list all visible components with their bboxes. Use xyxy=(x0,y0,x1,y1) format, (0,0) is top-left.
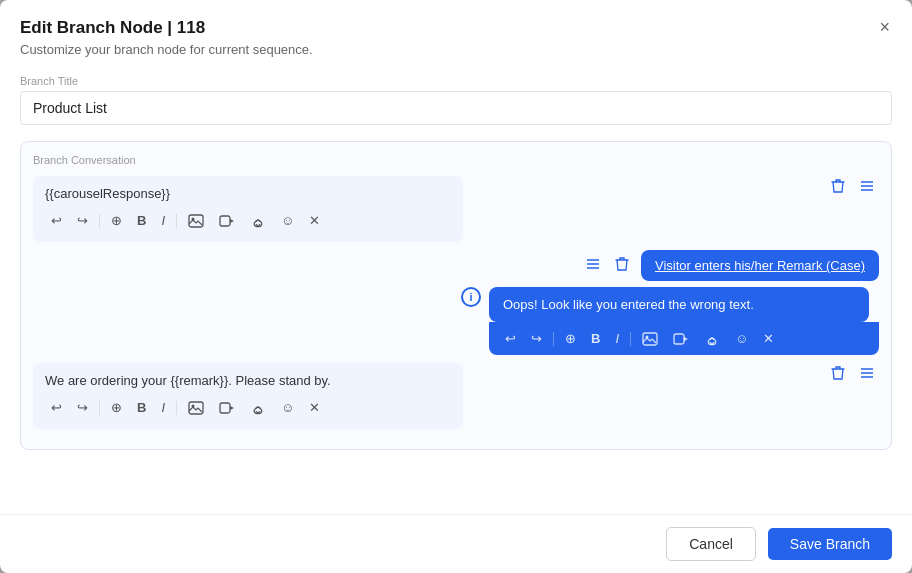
message-row-4: We are ordering your {{remark}}. Please … xyxy=(33,363,879,429)
clear-btn-blue[interactable]: ✕ xyxy=(757,328,780,349)
message-text-1: {{carouselResponse}} xyxy=(45,186,451,201)
svg-rect-10 xyxy=(643,333,657,345)
undo-btn-4[interactable]: ↩ xyxy=(45,396,68,419)
save-branch-button[interactable]: Save Branch xyxy=(768,528,892,560)
italic-btn-1[interactable]: I xyxy=(155,209,171,232)
variable-btn-blue[interactable]: ⊕ xyxy=(559,328,582,349)
message-bubble-1: {{carouselResponse}} ↩ ↪ ⊕ B I xyxy=(33,176,463,242)
svg-marker-3 xyxy=(230,219,234,223)
modal-container: Edit Branch Node | 118 Customize your br… xyxy=(0,0,912,573)
message-row-1: {{carouselResponse}} ↩ ↪ ⊕ B I xyxy=(33,176,879,242)
message-row-2: Visitor enters his/her Remark (Case) xyxy=(581,250,879,281)
svg-rect-14 xyxy=(189,402,203,414)
svg-marker-13 xyxy=(684,337,688,341)
svg-marker-17 xyxy=(230,406,234,410)
emoji-btn-1[interactable]: ☺ xyxy=(275,209,300,232)
redo-btn-blue[interactable]: ↪ xyxy=(525,328,548,349)
svg-rect-12 xyxy=(674,334,684,344)
undo-btn-1[interactable]: ↩ xyxy=(45,209,68,232)
variable-btn-1[interactable]: ⊕ xyxy=(105,209,128,232)
modal-body: Branch Title Branch Conversation {{carou… xyxy=(0,65,912,514)
branch-conversation-section: Branch Conversation {{carouselResponse}}… xyxy=(20,141,892,450)
svg-rect-16 xyxy=(220,403,230,413)
message-actions-4 xyxy=(827,363,879,386)
image-btn-blue[interactable] xyxy=(636,329,664,349)
visitor-input-bubble: Visitor enters his/her Remark (Case) xyxy=(641,250,879,281)
error-message-text: Oops! Look like you entered the wrong te… xyxy=(503,297,855,312)
bold-btn-blue[interactable]: B xyxy=(585,328,606,349)
menu-msg-1[interactable] xyxy=(855,177,879,198)
close-button[interactable]: × xyxy=(875,14,894,40)
message-toolbar-4: ↩ ↪ ⊕ B I xyxy=(45,396,451,419)
blue-toolbar: ↩ ↪ ⊕ B I xyxy=(489,322,879,355)
info-icon[interactable]: i xyxy=(461,287,481,307)
italic-btn-blue[interactable]: I xyxy=(609,328,625,349)
delete-msg-2[interactable] xyxy=(611,254,633,277)
visitor-text: Visitor enters his/her xyxy=(655,258,777,273)
modal-subtitle: Customize your branch node for current s… xyxy=(20,42,892,57)
svg-rect-0 xyxy=(189,215,203,227)
bold-btn-4[interactable]: B xyxy=(131,396,152,419)
link-btn-blue[interactable] xyxy=(698,329,726,349)
bold-btn-1[interactable]: B xyxy=(131,209,152,232)
menu-msg-2[interactable] xyxy=(581,255,605,276)
delete-msg-4[interactable] xyxy=(827,363,849,386)
link-btn-4[interactable] xyxy=(244,397,272,419)
branch-title-group: Branch Title xyxy=(20,75,892,125)
redo-btn-4[interactable]: ↪ xyxy=(71,396,94,419)
emoji-btn-blue[interactable]: ☺ xyxy=(729,328,754,349)
video-btn-4[interactable] xyxy=(213,397,241,419)
message-text-4: We are ordering your {{remark}}. Please … xyxy=(45,373,451,388)
video-btn-blue[interactable] xyxy=(667,329,695,349)
variable-btn-4[interactable]: ⊕ xyxy=(105,396,128,419)
error-message-bubble: Oops! Look like you entered the wrong te… xyxy=(489,287,869,322)
image-btn-4[interactable] xyxy=(182,397,210,419)
redo-btn-1[interactable]: ↪ xyxy=(71,209,94,232)
message-content-1: {{carouselResponse}} ↩ ↪ ⊕ B I xyxy=(33,176,819,242)
branch-conversation-label: Branch Conversation xyxy=(33,154,879,166)
undo-btn-blue[interactable]: ↩ xyxy=(499,328,522,349)
modal-overlay: Edit Branch Node | 118 Customize your br… xyxy=(0,0,912,573)
visitor-remark-link[interactable]: Remark (Case) xyxy=(777,258,865,273)
message-bubble-4: We are ordering your {{remark}}. Please … xyxy=(33,363,463,429)
emoji-btn-4[interactable]: ☺ xyxy=(275,396,300,419)
video-btn-1[interactable] xyxy=(213,210,241,232)
modal-title: Edit Branch Node | 118 xyxy=(20,18,892,38)
right-messages-group: Visitor enters his/her Remark (Case) i O… xyxy=(33,250,879,355)
cancel-button[interactable]: Cancel xyxy=(666,527,756,561)
delete-msg-1[interactable] xyxy=(827,176,849,199)
image-btn-1[interactable] xyxy=(182,210,210,232)
message-actions-1 xyxy=(827,176,879,199)
message-content-4: We are ordering your {{remark}}. Please … xyxy=(33,363,819,429)
clear-btn-4[interactable]: ✕ xyxy=(303,396,326,419)
menu-msg-4[interactable] xyxy=(855,364,879,385)
modal-header: Edit Branch Node | 118 Customize your br… xyxy=(0,0,912,65)
error-bubble-group: i Oops! Look like you entered the wrong … xyxy=(461,287,879,355)
italic-btn-4[interactable]: I xyxy=(155,396,171,419)
modal-footer: Cancel Save Branch xyxy=(0,514,912,573)
message-toolbar-1: ↩ ↪ ⊕ B I xyxy=(45,209,451,232)
svg-rect-2 xyxy=(220,216,230,226)
branch-title-label: Branch Title xyxy=(20,75,892,87)
branch-title-input[interactable] xyxy=(20,91,892,125)
link-btn-1[interactable] xyxy=(244,210,272,232)
clear-btn-1[interactable]: ✕ xyxy=(303,209,326,232)
